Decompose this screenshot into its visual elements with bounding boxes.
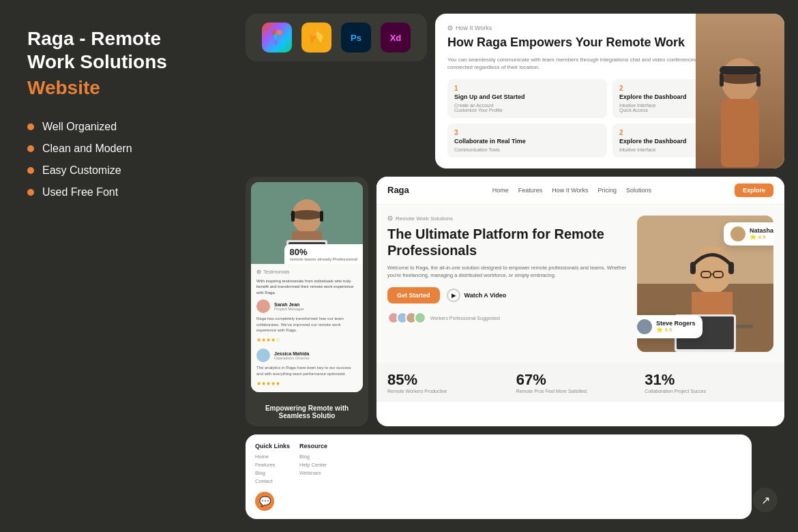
svg-rect-19	[320, 211, 323, 222]
mobile-inner: 80% remote teams already Professional Te…	[251, 182, 363, 392]
svg-point-23	[258, 271, 260, 272]
main-title: Raga - Remote Work Solutions	[27, 27, 205, 73]
hero-text: Remote Work Solutions The Ultimate Platf…	[387, 216, 629, 352]
footer-link[interactable]: Webinars	[299, 470, 327, 476]
footer-link[interactable]: Home	[255, 454, 290, 460]
testimonial-text-1: With inspiring testimonials from individ…	[256, 278, 357, 295]
stats-row: 85% Remote Workers Productive 67% Remote…	[376, 363, 784, 402]
svg-rect-13	[720, 66, 760, 74]
figma-icon	[262, 23, 292, 53]
footer-inner: Quick Links Home Features Blog Contact R…	[255, 443, 742, 486]
top-row: Ps Xd How It Works How Raga Empowers You…	[246, 14, 784, 168]
list-item: Easy Customize	[27, 164, 205, 177]
avatar	[414, 312, 426, 324]
footer-link[interactable]: Help Center	[299, 462, 327, 468]
resource-col: Resource Blog Help Center Webinars	[299, 443, 327, 486]
bottom-row: Quick Links Home Features Blog Contact R…	[246, 434, 784, 519]
svg-rect-30	[690, 262, 696, 274]
feature-list: Well Organized Clean and Modern Easy Cus…	[27, 121, 205, 198]
avatar-2	[256, 349, 270, 362]
adobexd-icon: Xd	[381, 23, 411, 53]
footer-card: Quick Links Home Features Blog Contact R…	[246, 434, 752, 519]
preview-area: Ps Xd How It Works How Raga Empowers You…	[232, 0, 798, 532]
chat-icon[interactable]: 💬	[255, 492, 274, 511]
arrow-button[interactable]: ↗	[753, 488, 778, 512]
stat-2: 67% Remote Pros Feel More Satisfied.	[516, 371, 645, 394]
dot-icon	[27, 189, 34, 196]
testimonial-section: Testimonials With inspiring testimonials…	[251, 264, 363, 392]
site-hero: Remote Work Solutions The Ultimate Platf…	[376, 205, 784, 363]
watch-video-button[interactable]: ▶ Watch A Video	[447, 289, 507, 302]
left-panel: Raga - Remote Work Solutions Website Wel…	[0, 0, 232, 532]
natasha-card: Natasha ⭐ 4.9	[724, 222, 773, 246]
explore-button[interactable]: Explore	[735, 183, 773, 197]
footer-link[interactable]: Blog	[299, 454, 327, 460]
mobile-photo: 80% remote teams already Professional	[251, 182, 363, 264]
testimonial-label: Testimonials	[256, 269, 357, 274]
stat-1: 85% Remote Workers Productive	[387, 371, 516, 394]
dot-icon	[27, 167, 34, 174]
list-item: Well Organized	[27, 121, 205, 133]
photoshop-icon: Ps	[341, 23, 371, 53]
site-logo: Raga	[387, 185, 409, 195]
avatar-1	[256, 299, 270, 313]
footer-link[interactable]: Blog	[255, 470, 290, 476]
website-card: Raga Home Features How It Works Pricing …	[376, 177, 784, 426]
stat-3: 31% Collaboration Project Succes	[645, 371, 773, 394]
svg-rect-12	[756, 73, 760, 87]
steve-avatar	[637, 319, 652, 334]
steve-rogers-card: Steve Rogers ⭐ 4.6	[637, 315, 703, 338]
svg-rect-18	[291, 211, 295, 222]
svg-point-17	[291, 210, 323, 220]
nav-links: Home Features How It Works Pricing Solut…	[423, 187, 721, 194]
mobile-bottom-label: Empowering Remote with Seamless Solutio	[246, 398, 368, 426]
svg-rect-11	[720, 73, 724, 87]
footer-link[interactable]: Features	[255, 462, 290, 468]
testimonial-user-2: Jessica Mahida Operations Director	[256, 349, 357, 362]
hero-title: The Ultimate Platform for Remote Profess…	[387, 226, 629, 258]
natasha-avatar	[730, 226, 745, 241]
step-1: 1 Sign Up and Get Started Create an Acco…	[447, 79, 607, 118]
step-3: 3 Collaborate in Real Time Communication…	[447, 123, 607, 158]
hero-photo: Natasha ⭐ 4.9 Steve Rogers ⭐ 4.6	[637, 216, 773, 352]
svg-point-25	[389, 218, 391, 219]
footer-link[interactable]: Contact	[255, 478, 290, 484]
testimonial-user-1: Sarah Jean Project Manager	[256, 299, 357, 313]
middle-row: 80% remote teams already Professional Te…	[246, 177, 784, 426]
play-icon: ▶	[447, 289, 460, 302]
mobile-preview-card: 80% remote teams already Professional Te…	[246, 177, 368, 426]
quick-links-col: Quick Links Home Features Blog Contact	[255, 443, 290, 486]
hero-photo-bg: Natasha ⭐ 4.9 Steve Rogers ⭐ 4.6	[637, 216, 773, 352]
tools-card: Ps Xd	[246, 14, 427, 61]
how-photo	[696, 14, 784, 168]
hero-buttons: Get Started ▶ Watch A Video	[387, 287, 629, 304]
list-item: Clean and Modern	[27, 143, 205, 155]
svg-point-7	[449, 27, 451, 29]
svg-rect-31	[728, 262, 734, 274]
list-item: Used Free Font	[27, 186, 205, 198]
hero-description: Welcome to Raga, the all-in-one solution…	[387, 264, 629, 280]
subtitle: Website	[27, 77, 205, 99]
site-nav: Raga Home Features How It Works Pricing …	[376, 177, 784, 205]
dot-icon	[27, 145, 34, 152]
svg-point-10	[720, 73, 760, 84]
hero-label: Remote Work Solutions	[387, 216, 629, 222]
svg-rect-9	[721, 99, 759, 167]
progress-value: 80% remote teams already Professional	[284, 244, 363, 264]
how-it-works-card: How It Works How Raga Empowers Your Remo…	[435, 14, 784, 168]
workers-label: Workers Professional Suggested	[430, 316, 500, 321]
avatar-stack	[387, 312, 426, 324]
sketch-icon	[301, 23, 331, 53]
get-started-button[interactable]: Get Started	[387, 287, 440, 304]
dot-icon	[27, 123, 34, 130]
worker-avatars: Workers Professional Suggested	[387, 312, 629, 324]
